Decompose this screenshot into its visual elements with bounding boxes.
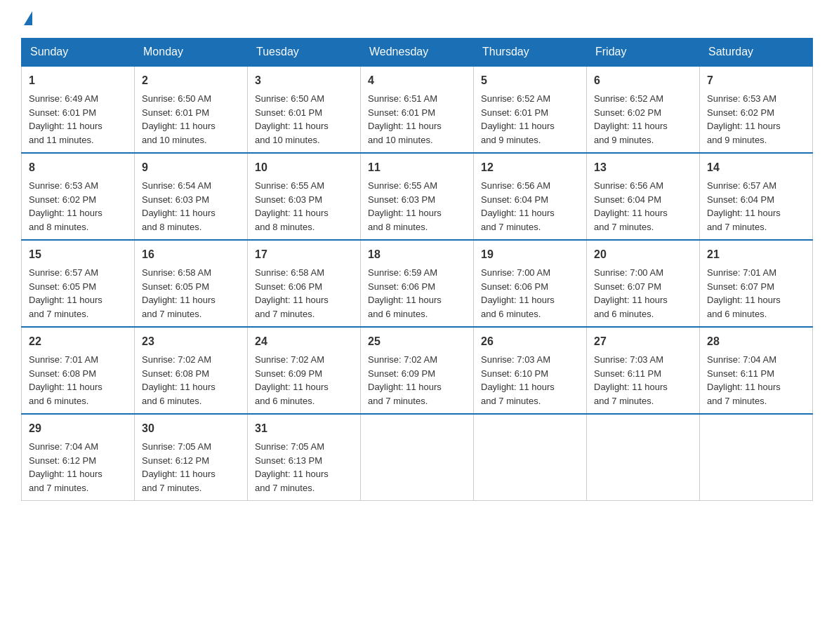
calendar-day-cell: 23Sunrise: 7:02 AM Sunset: 6:08 PM Dayli… [135, 327, 248, 414]
day-info: Sunrise: 6:55 AM Sunset: 6:03 PM Dayligh… [368, 180, 442, 232]
day-number: 23 [142, 333, 240, 350]
day-info: Sunrise: 6:53 AM Sunset: 6:02 PM Dayligh… [29, 180, 102, 232]
calendar-day-cell: 5Sunrise: 6:52 AM Sunset: 6:01 PM Daylig… [474, 66, 587, 153]
logo [21, 14, 32, 24]
day-info: Sunrise: 6:50 AM Sunset: 6:01 PM Dayligh… [255, 93, 329, 145]
calendar-day-cell: 12Sunrise: 6:56 AM Sunset: 6:04 PM Dayli… [474, 153, 587, 240]
calendar-day-cell: 3Sunrise: 6:50 AM Sunset: 6:01 PM Daylig… [248, 66, 361, 153]
day-number: 21 [707, 246, 805, 263]
day-info: Sunrise: 7:05 AM Sunset: 6:12 PM Dayligh… [142, 441, 216, 493]
day-number: 13 [594, 159, 692, 176]
day-number: 28 [707, 333, 805, 350]
day-info: Sunrise: 7:05 AM Sunset: 6:13 PM Dayligh… [255, 441, 329, 493]
calendar-day-cell: 28Sunrise: 7:04 AM Sunset: 6:11 PM Dayli… [700, 327, 813, 414]
day-info: Sunrise: 7:02 AM Sunset: 6:09 PM Dayligh… [255, 354, 329, 406]
calendar-day-cell: 6Sunrise: 6:52 AM Sunset: 6:02 PM Daylig… [587, 66, 700, 153]
calendar-day-cell: 26Sunrise: 7:03 AM Sunset: 6:10 PM Dayli… [474, 327, 587, 414]
day-info: Sunrise: 6:56 AM Sunset: 6:04 PM Dayligh… [481, 180, 555, 232]
day-of-week-header: Sunday [22, 39, 135, 67]
calendar-day-cell: 31Sunrise: 7:05 AM Sunset: 6:13 PM Dayli… [248, 414, 361, 501]
calendar-week-row: 22Sunrise: 7:01 AM Sunset: 6:08 PM Dayli… [22, 327, 813, 414]
day-number: 14 [707, 159, 805, 176]
calendar-week-row: 8Sunrise: 6:53 AM Sunset: 6:02 PM Daylig… [22, 153, 813, 240]
day-number: 22 [29, 333, 127, 350]
calendar-day-cell: 29Sunrise: 7:04 AM Sunset: 6:12 PM Dayli… [22, 414, 135, 501]
day-number: 19 [481, 246, 579, 263]
calendar-day-cell [361, 414, 474, 501]
day-info: Sunrise: 6:54 AM Sunset: 6:03 PM Dayligh… [142, 180, 216, 232]
calendar-week-row: 1Sunrise: 6:49 AM Sunset: 6:01 PM Daylig… [22, 66, 813, 153]
day-info: Sunrise: 6:58 AM Sunset: 6:05 PM Dayligh… [142, 267, 216, 319]
day-info: Sunrise: 7:04 AM Sunset: 6:12 PM Dayligh… [29, 441, 102, 493]
day-info: Sunrise: 6:50 AM Sunset: 6:01 PM Dayligh… [142, 93, 216, 145]
day-info: Sunrise: 6:57 AM Sunset: 6:05 PM Dayligh… [29, 267, 102, 319]
calendar-week-row: 15Sunrise: 6:57 AM Sunset: 6:05 PM Dayli… [22, 240, 813, 327]
day-info: Sunrise: 7:04 AM Sunset: 6:11 PM Dayligh… [707, 354, 781, 406]
page-header [21, 14, 813, 24]
day-of-week-header: Friday [587, 39, 700, 67]
calendar-day-cell: 24Sunrise: 7:02 AM Sunset: 6:09 PM Dayli… [248, 327, 361, 414]
day-number: 1 [29, 72, 127, 89]
calendar-table: SundayMondayTuesdayWednesdayThursdayFrid… [21, 38, 813, 501]
day-number: 2 [142, 72, 240, 89]
day-number: 5 [481, 72, 579, 89]
day-number: 24 [255, 333, 353, 350]
day-number: 6 [594, 72, 692, 89]
day-info: Sunrise: 7:02 AM Sunset: 6:09 PM Dayligh… [368, 354, 442, 406]
day-number: 27 [594, 333, 692, 350]
calendar-day-cell: 7Sunrise: 6:53 AM Sunset: 6:02 PM Daylig… [700, 66, 813, 153]
day-number: 31 [255, 420, 353, 437]
calendar-day-cell: 10Sunrise: 6:55 AM Sunset: 6:03 PM Dayli… [248, 153, 361, 240]
day-info: Sunrise: 6:57 AM Sunset: 6:04 PM Dayligh… [707, 180, 781, 232]
calendar-header-row: SundayMondayTuesdayWednesdayThursdayFrid… [22, 39, 813, 67]
calendar-day-cell: 15Sunrise: 6:57 AM Sunset: 6:05 PM Dayli… [22, 240, 135, 327]
day-info: Sunrise: 7:01 AM Sunset: 6:08 PM Dayligh… [29, 354, 102, 406]
day-info: Sunrise: 7:01 AM Sunset: 6:07 PM Dayligh… [707, 267, 781, 319]
day-number: 10 [255, 159, 353, 176]
day-number: 25 [368, 333, 466, 350]
calendar-day-cell: 14Sunrise: 6:57 AM Sunset: 6:04 PM Dayli… [700, 153, 813, 240]
day-info: Sunrise: 7:03 AM Sunset: 6:10 PM Dayligh… [481, 354, 555, 406]
calendar-day-cell: 13Sunrise: 6:56 AM Sunset: 6:04 PM Dayli… [587, 153, 700, 240]
day-info: Sunrise: 7:03 AM Sunset: 6:11 PM Dayligh… [594, 354, 668, 406]
day-info: Sunrise: 7:00 AM Sunset: 6:06 PM Dayligh… [481, 267, 555, 319]
day-info: Sunrise: 6:51 AM Sunset: 6:01 PM Dayligh… [368, 93, 442, 145]
day-number: 17 [255, 246, 353, 263]
calendar-day-cell: 9Sunrise: 6:54 AM Sunset: 6:03 PM Daylig… [135, 153, 248, 240]
calendar-day-cell: 27Sunrise: 7:03 AM Sunset: 6:11 PM Dayli… [587, 327, 700, 414]
day-number: 16 [142, 246, 240, 263]
day-info: Sunrise: 6:55 AM Sunset: 6:03 PM Dayligh… [255, 180, 329, 232]
day-number: 20 [594, 246, 692, 263]
calendar-day-cell: 30Sunrise: 7:05 AM Sunset: 6:12 PM Dayli… [135, 414, 248, 501]
day-info: Sunrise: 6:56 AM Sunset: 6:04 PM Dayligh… [594, 180, 668, 232]
calendar-day-cell [474, 414, 587, 501]
calendar-day-cell: 4Sunrise: 6:51 AM Sunset: 6:01 PM Daylig… [361, 66, 474, 153]
day-info: Sunrise: 6:53 AM Sunset: 6:02 PM Dayligh… [707, 93, 781, 145]
calendar-day-cell: 16Sunrise: 6:58 AM Sunset: 6:05 PM Dayli… [135, 240, 248, 327]
calendar-day-cell [700, 414, 813, 501]
calendar-day-cell: 20Sunrise: 7:00 AM Sunset: 6:07 PM Dayli… [587, 240, 700, 327]
calendar-day-cell: 19Sunrise: 7:00 AM Sunset: 6:06 PM Dayli… [474, 240, 587, 327]
day-number: 9 [142, 159, 240, 176]
day-number: 30 [142, 420, 240, 437]
day-number: 12 [481, 159, 579, 176]
day-of-week-header: Monday [135, 39, 248, 67]
day-number: 18 [368, 246, 466, 263]
calendar-day-cell [587, 414, 700, 501]
calendar-week-row: 29Sunrise: 7:04 AM Sunset: 6:12 PM Dayli… [22, 414, 813, 501]
day-info: Sunrise: 6:49 AM Sunset: 6:01 PM Dayligh… [29, 93, 102, 145]
day-of-week-header: Wednesday [361, 39, 474, 67]
day-info: Sunrise: 7:02 AM Sunset: 6:08 PM Dayligh… [142, 354, 216, 406]
calendar-day-cell: 25Sunrise: 7:02 AM Sunset: 6:09 PM Dayli… [361, 327, 474, 414]
calendar-day-cell: 22Sunrise: 7:01 AM Sunset: 6:08 PM Dayli… [22, 327, 135, 414]
day-number: 29 [29, 420, 127, 437]
calendar-day-cell: 17Sunrise: 6:58 AM Sunset: 6:06 PM Dayli… [248, 240, 361, 327]
day-of-week-header: Tuesday [248, 39, 361, 67]
calendar-day-cell: 18Sunrise: 6:59 AM Sunset: 6:06 PM Dayli… [361, 240, 474, 327]
day-info: Sunrise: 6:52 AM Sunset: 6:02 PM Dayligh… [594, 93, 668, 145]
calendar-day-cell: 8Sunrise: 6:53 AM Sunset: 6:02 PM Daylig… [22, 153, 135, 240]
calendar-day-cell: 11Sunrise: 6:55 AM Sunset: 6:03 PM Dayli… [361, 153, 474, 240]
day-number: 7 [707, 72, 805, 89]
calendar-day-cell: 2Sunrise: 6:50 AM Sunset: 6:01 PM Daylig… [135, 66, 248, 153]
day-number: 15 [29, 246, 127, 263]
